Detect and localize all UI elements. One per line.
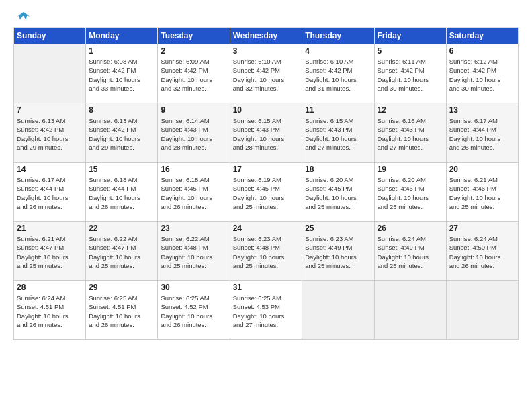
day-info: Sunrise: 6:09 AM Sunset: 4:42 PM Dayligh…	[161, 57, 226, 93]
day-info: Sunrise: 6:15 AM Sunset: 4:43 PM Dayligh…	[305, 116, 371, 152]
day-number: 12	[378, 105, 443, 115]
day-number: 22	[89, 224, 154, 233]
day-number: 30	[161, 283, 226, 292]
day-number: 7	[17, 105, 83, 115]
calendar-header-row: SundayMondayTuesdayWednesdayThursdayFrid…	[14, 28, 519, 44]
calendar-week-row: 21Sunrise: 6:21 AM Sunset: 4:47 PM Dayli…	[14, 222, 519, 281]
calendar-cell: 11Sunrise: 6:15 AM Sunset: 4:43 PM Dayli…	[302, 103, 374, 163]
day-info: Sunrise: 6:10 AM Sunset: 4:42 PM Dayligh…	[233, 57, 300, 93]
calendar-cell: 1Sunrise: 6:08 AM Sunset: 4:42 PM Daylig…	[86, 44, 158, 103]
day-number: 8	[89, 105, 154, 115]
day-info: Sunrise: 6:13 AM Sunset: 4:42 PM Dayligh…	[17, 116, 83, 152]
day-info: Sunrise: 6:08 AM Sunset: 4:42 PM Dayligh…	[89, 57, 154, 93]
calendar-cell: 12Sunrise: 6:16 AM Sunset: 4:43 PM Dayli…	[374, 103, 446, 163]
day-number: 1	[89, 46, 154, 56]
day-info: Sunrise: 6:19 AM Sunset: 4:45 PM Dayligh…	[233, 175, 300, 211]
col-header-friday: Friday	[374, 28, 446, 44]
col-header-wednesday: Wednesday	[230, 28, 302, 44]
calendar-cell: 20Sunrise: 6:21 AM Sunset: 4:46 PM Dayli…	[446, 163, 518, 222]
day-info: Sunrise: 6:25 AM Sunset: 4:51 PM Dayligh…	[89, 293, 154, 329]
day-info: Sunrise: 6:14 AM Sunset: 4:43 PM Dayligh…	[161, 116, 226, 152]
day-number: 27	[449, 224, 515, 233]
day-number: 5	[378, 46, 443, 56]
day-info: Sunrise: 6:11 AM Sunset: 4:42 PM Dayligh…	[378, 57, 443, 93]
day-number: 10	[233, 105, 300, 115]
col-header-saturday: Saturday	[446, 28, 518, 44]
day-number: 15	[89, 165, 154, 174]
calendar-cell: 2Sunrise: 6:09 AM Sunset: 4:42 PM Daylig…	[158, 44, 230, 103]
calendar-cell: 7Sunrise: 6:13 AM Sunset: 4:42 PM Daylig…	[14, 103, 86, 163]
day-number: 2	[161, 46, 226, 56]
day-number: 3	[233, 46, 300, 56]
day-info: Sunrise: 6:16 AM Sunset: 4:43 PM Dayligh…	[378, 116, 443, 152]
day-info: Sunrise: 6:22 AM Sunset: 4:48 PM Dayligh…	[161, 234, 226, 270]
logo-bird-icon	[16, 11, 31, 23]
day-number: 23	[161, 224, 226, 233]
calendar-cell: 3Sunrise: 6:10 AM Sunset: 4:42 PM Daylig…	[230, 44, 302, 103]
day-number: 21	[17, 224, 83, 233]
day-info: Sunrise: 6:20 AM Sunset: 4:46 PM Dayligh…	[378, 175, 443, 211]
day-number: 18	[305, 165, 371, 174]
col-header-thursday: Thursday	[302, 28, 374, 44]
day-info: Sunrise: 6:23 AM Sunset: 4:49 PM Dayligh…	[305, 234, 371, 270]
calendar-cell: 31Sunrise: 6:25 AM Sunset: 4:53 PM Dayli…	[230, 281, 302, 340]
calendar-cell: 9Sunrise: 6:14 AM Sunset: 4:43 PM Daylig…	[158, 103, 230, 163]
calendar-cell	[14, 44, 86, 103]
day-info: Sunrise: 6:24 AM Sunset: 4:49 PM Dayligh…	[378, 234, 443, 270]
calendar-week-row: 28Sunrise: 6:24 AM Sunset: 4:51 PM Dayli…	[14, 281, 519, 340]
logo-text	[13, 11, 31, 23]
day-number: 20	[449, 165, 515, 174]
day-info: Sunrise: 6:21 AM Sunset: 4:47 PM Dayligh…	[17, 234, 83, 270]
calendar-cell: 8Sunrise: 6:13 AM Sunset: 4:42 PM Daylig…	[86, 103, 158, 163]
day-info: Sunrise: 6:25 AM Sunset: 4:52 PM Dayligh…	[161, 293, 226, 329]
day-info: Sunrise: 6:24 AM Sunset: 4:51 PM Dayligh…	[17, 293, 83, 329]
col-header-sunday: Sunday	[14, 28, 86, 44]
calendar-cell: 10Sunrise: 6:15 AM Sunset: 4:43 PM Dayli…	[230, 103, 302, 163]
day-number: 16	[161, 165, 226, 174]
day-info: Sunrise: 6:18 AM Sunset: 4:44 PM Dayligh…	[89, 175, 154, 211]
calendar-cell: 27Sunrise: 6:24 AM Sunset: 4:50 PM Dayli…	[446, 222, 518, 281]
calendar-cell: 22Sunrise: 6:22 AM Sunset: 4:47 PM Dayli…	[86, 222, 158, 281]
calendar-week-row: 14Sunrise: 6:17 AM Sunset: 4:44 PM Dayli…	[14, 163, 519, 222]
day-number: 14	[17, 165, 83, 174]
header	[13, 11, 519, 20]
day-number: 6	[449, 46, 515, 56]
calendar-cell: 21Sunrise: 6:21 AM Sunset: 4:47 PM Dayli…	[14, 222, 86, 281]
col-header-tuesday: Tuesday	[158, 28, 230, 44]
calendar-cell: 30Sunrise: 6:25 AM Sunset: 4:52 PM Dayli…	[158, 281, 230, 340]
calendar-cell: 6Sunrise: 6:12 AM Sunset: 4:42 PM Daylig…	[446, 44, 518, 103]
page-container: SundayMondayTuesdayWednesdayThursdayFrid…	[0, 0, 532, 411]
calendar-cell: 13Sunrise: 6:17 AM Sunset: 4:44 PM Dayli…	[446, 103, 518, 163]
day-info: Sunrise: 6:13 AM Sunset: 4:42 PM Dayligh…	[89, 116, 154, 152]
day-info: Sunrise: 6:15 AM Sunset: 4:43 PM Dayligh…	[233, 116, 300, 152]
calendar-cell: 25Sunrise: 6:23 AM Sunset: 4:49 PM Dayli…	[302, 222, 374, 281]
calendar-week-row: 1Sunrise: 6:08 AM Sunset: 4:42 PM Daylig…	[14, 44, 519, 103]
day-number: 9	[161, 105, 226, 115]
svg-marker-0	[17, 12, 30, 20]
day-number: 24	[233, 224, 300, 233]
day-number: 19	[378, 165, 443, 174]
day-info: Sunrise: 6:10 AM Sunset: 4:42 PM Dayligh…	[305, 57, 371, 93]
calendar-cell: 28Sunrise: 6:24 AM Sunset: 4:51 PM Dayli…	[14, 281, 86, 340]
calendar-cell: 15Sunrise: 6:18 AM Sunset: 4:44 PM Dayli…	[86, 163, 158, 222]
day-info: Sunrise: 6:12 AM Sunset: 4:42 PM Dayligh…	[449, 57, 515, 93]
calendar-week-row: 7Sunrise: 6:13 AM Sunset: 4:42 PM Daylig…	[14, 103, 519, 163]
day-number: 13	[449, 105, 515, 115]
calendar-cell: 26Sunrise: 6:24 AM Sunset: 4:49 PM Dayli…	[374, 222, 446, 281]
day-info: Sunrise: 6:17 AM Sunset: 4:44 PM Dayligh…	[17, 175, 83, 211]
day-number: 31	[233, 283, 300, 292]
calendar-cell	[374, 281, 446, 340]
calendar-cell: 18Sunrise: 6:20 AM Sunset: 4:45 PM Dayli…	[302, 163, 374, 222]
day-number: 29	[89, 283, 154, 292]
day-info: Sunrise: 6:20 AM Sunset: 4:45 PM Dayligh…	[305, 175, 371, 211]
calendar-cell: 23Sunrise: 6:22 AM Sunset: 4:48 PM Dayli…	[158, 222, 230, 281]
day-info: Sunrise: 6:21 AM Sunset: 4:46 PM Dayligh…	[449, 175, 515, 211]
calendar-cell	[302, 281, 374, 340]
calendar-cell: 16Sunrise: 6:18 AM Sunset: 4:45 PM Dayli…	[158, 163, 230, 222]
calendar-cell: 4Sunrise: 6:10 AM Sunset: 4:42 PM Daylig…	[302, 44, 374, 103]
day-info: Sunrise: 6:18 AM Sunset: 4:45 PM Dayligh…	[161, 175, 226, 211]
day-info: Sunrise: 6:17 AM Sunset: 4:44 PM Dayligh…	[449, 116, 515, 152]
logo	[13, 11, 31, 20]
day-number: 26	[378, 224, 443, 233]
day-number: 17	[233, 165, 300, 174]
